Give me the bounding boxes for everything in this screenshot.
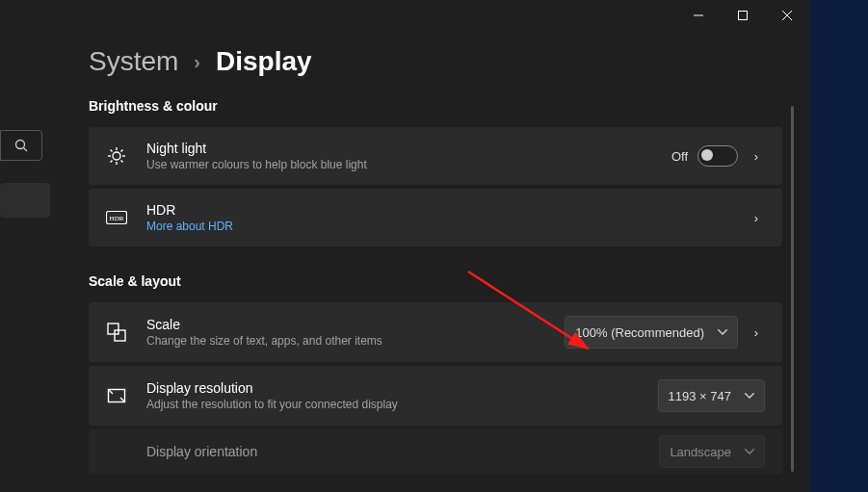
resolution-value: 1193 × 747 [669,389,731,403]
chevron-right-icon: › [748,211,765,225]
hdr-icon: HDR [106,207,127,228]
scale-value: 100% (Recommended) [575,325,704,340]
close-icon [782,11,792,20]
section-brightness-header: Brightness & colour [89,98,782,114]
chevron-down-icon [718,329,727,335]
svg-line-14 [121,150,123,152]
svg-line-11 [111,150,113,152]
scale-icon [106,322,127,343]
night-light-toggle[interactable] [697,145,738,167]
chevron-down-icon [745,449,754,454]
maximize-icon [738,11,748,20]
svg-line-13 [111,161,113,163]
sidebar-item-system[interactable] [0,183,50,218]
svg-text:HDR: HDR [110,215,124,222]
search-icon [14,139,28,152]
scale-title: Scale [146,317,565,332]
content-area: System › Display Brightness & colour Nig… [89,46,782,478]
chevron-right-icon: › [748,149,765,164]
night-light-icon [106,145,127,167]
orientation-title: Display orientation [146,444,659,459]
resolution-icon [106,385,127,406]
minimize-icon [694,11,703,20]
orientation-value: Landscape [670,445,731,459]
resolution-title: Display resolution [146,380,658,396]
hdr-row[interactable]: HDR HDR More about HDR › [89,189,782,246]
resolution-subtitle: Adjust the resolution to fit your connec… [146,398,658,411]
section-scale-header: Scale & layout [89,273,782,289]
scale-dropdown[interactable]: 100% (Recommended) [565,316,738,349]
maximize-button[interactable] [721,0,765,31]
night-light-title: Night light [146,141,671,156]
breadcrumb: System › Display [89,46,782,77]
night-light-row[interactable]: Night light Use warmer colours to help b… [89,127,782,185]
night-light-state: Off [671,149,688,164]
orientation-dropdown[interactable]: Landscape [659,435,765,468]
orientation-row[interactable]: Display orientation Landscape [89,429,782,474]
chevron-down-icon [745,393,754,399]
scale-subtitle: Change the size of text, apps, and other… [146,334,565,348]
svg-point-4 [16,141,25,149]
chevron-right-icon: › [194,51,200,73]
svg-rect-1 [739,12,748,20]
page-title: Display [216,46,312,77]
hdr-title: HDR [146,202,738,218]
minimize-button[interactable] [676,0,721,31]
hdr-more-link[interactable]: More about HDR [146,220,738,233]
scale-row[interactable]: Scale Change the size of text, apps, and… [89,302,782,362]
resolution-dropdown[interactable]: 1193 × 747 [658,379,765,412]
svg-rect-18 [115,330,125,341]
chevron-right-icon: › [748,325,765,340]
svg-line-12 [121,161,123,163]
scrollbar[interactable] [791,106,794,472]
sidebar [0,0,50,492]
breadcrumb-prev[interactable]: System [89,46,178,77]
svg-rect-17 [108,324,118,334]
settings-window: System › Display Brightness & colour Nig… [0,0,809,492]
night-light-subtitle: Use warmer colours to help block blue li… [146,158,671,171]
close-button[interactable] [765,0,809,31]
window-controls [676,0,809,31]
orientation-icon [106,441,127,462]
resolution-row[interactable]: Display resolution Adjust the resolution… [89,366,782,426]
svg-point-6 [113,152,120,160]
search-input[interactable] [0,130,42,161]
svg-line-5 [24,148,28,152]
